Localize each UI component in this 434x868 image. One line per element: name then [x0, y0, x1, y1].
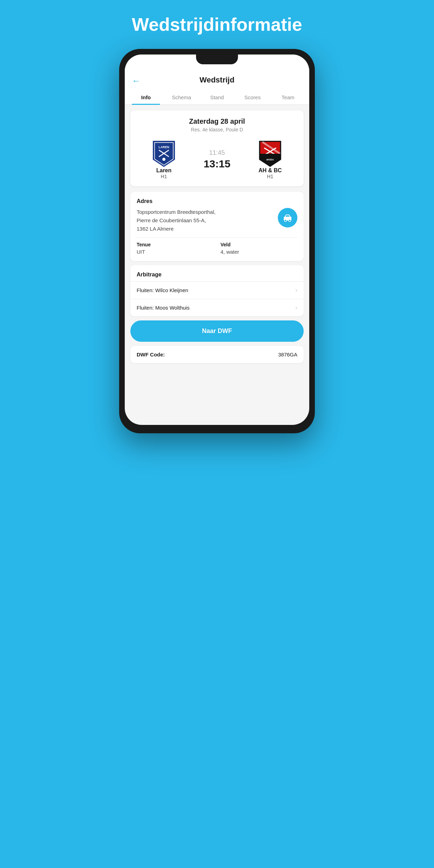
- tenue-veld-grid: Tenue UIT Veld 4, water: [137, 242, 297, 255]
- arbitrage-section: Arbitrage Fluiten: Wilco Kleijnen › Flui…: [130, 265, 304, 316]
- tenue-label: Tenue: [137, 242, 214, 247]
- page-background-title: Wedstrijdinformatie: [95, 14, 339, 35]
- match-card: Zaterdag 28 april Res. 4e klasse, Poule …: [130, 110, 304, 186]
- arbitrage-item-2[interactable]: Fluiten: Moos Wolthuis ›: [130, 299, 304, 316]
- navigate-button[interactable]: [278, 208, 297, 227]
- ahbc-logo: ah&bc: [256, 139, 284, 167]
- score-block: 11:45 13:15: [190, 149, 244, 170]
- address-text: Topsportcentrum Breedtesporthal, Pierre …: [137, 208, 274, 233]
- tenue-col: Tenue UIT: [137, 242, 214, 255]
- phone-notch: [196, 55, 238, 64]
- arbitrage-title: Arbitrage: [130, 272, 304, 281]
- app-content: ← Wedstrijd Info Schema Stand Scores Tea…: [125, 55, 309, 425]
- match-date: Zaterdag 28 april: [137, 117, 297, 125]
- tab-team[interactable]: Team: [270, 90, 306, 104]
- match-league: Res. 4e klasse, Poule D: [137, 127, 297, 132]
- back-button[interactable]: ←: [132, 75, 141, 86]
- arbitrage-name-1: Fluiten: Wilco Kleijnen: [137, 287, 188, 293]
- tabs-bar: Info Schema Stand Scores Team: [125, 90, 309, 105]
- arbitrage-name-2: Fluiten: Moos Wolthuis: [137, 305, 189, 311]
- match-teams: LAREN Laren H1 11:45 13:15: [137, 139, 297, 179]
- chevron-icon-2: ›: [295, 304, 297, 311]
- laren-logo: LAREN: [150, 139, 178, 167]
- away-team-sub: H1: [267, 174, 273, 179]
- chevron-icon-1: ›: [295, 287, 297, 294]
- address-label: Adres: [137, 198, 297, 204]
- address-divider: [137, 237, 297, 238]
- address-section: Adres Topsportcentrum Breedtesporthal, P…: [130, 192, 304, 261]
- dwf-button[interactable]: Naar DWF: [130, 320, 304, 342]
- home-team-sub: H1: [161, 174, 167, 179]
- away-team: ah&bc AH & BC H1: [244, 139, 297, 179]
- tab-stand[interactable]: Stand: [199, 90, 235, 104]
- phone-frame: ← Wedstrijd Info Schema Stand Scores Tea…: [119, 49, 315, 433]
- tenue-value: UIT: [137, 249, 214, 255]
- svg-text:LAREN: LAREN: [159, 145, 169, 149]
- page-title: Wedstrijd: [200, 75, 234, 85]
- veld-label: Veld: [220, 242, 297, 247]
- score-main: 13:15: [204, 158, 231, 170]
- score-time: 11:45: [209, 149, 225, 157]
- tab-scores[interactable]: Scores: [235, 90, 270, 104]
- veld-value: 4, water: [220, 249, 297, 255]
- tab-info[interactable]: Info: [128, 90, 164, 104]
- svg-point-10: [289, 219, 291, 222]
- arbitrage-item-1[interactable]: Fluiten: Wilco Kleijnen ›: [130, 281, 304, 299]
- address-row: Topsportcentrum Breedtesporthal, Pierre …: [137, 208, 297, 233]
- car-icon: [283, 213, 292, 223]
- home-team: LAREN Laren H1: [137, 139, 190, 179]
- dwf-section: Naar DWF: [130, 320, 304, 342]
- away-team-name: AH & BC: [259, 167, 282, 174]
- dwf-code-value: 3876GA: [278, 352, 297, 357]
- svg-text:ah&bc: ah&bc: [266, 158, 274, 161]
- dwf-code-section: DWF Code: 3876GA: [130, 346, 304, 363]
- phone-screen: ← Wedstrijd Info Schema Stand Scores Tea…: [125, 55, 309, 425]
- svg-point-3: [162, 158, 166, 161]
- veld-col: Veld 4, water: [220, 242, 297, 255]
- tab-schema[interactable]: Schema: [164, 90, 200, 104]
- dwf-code-label: DWF Code:: [137, 352, 165, 357]
- home-team-name: Laren: [156, 167, 172, 174]
- svg-point-9: [284, 219, 287, 222]
